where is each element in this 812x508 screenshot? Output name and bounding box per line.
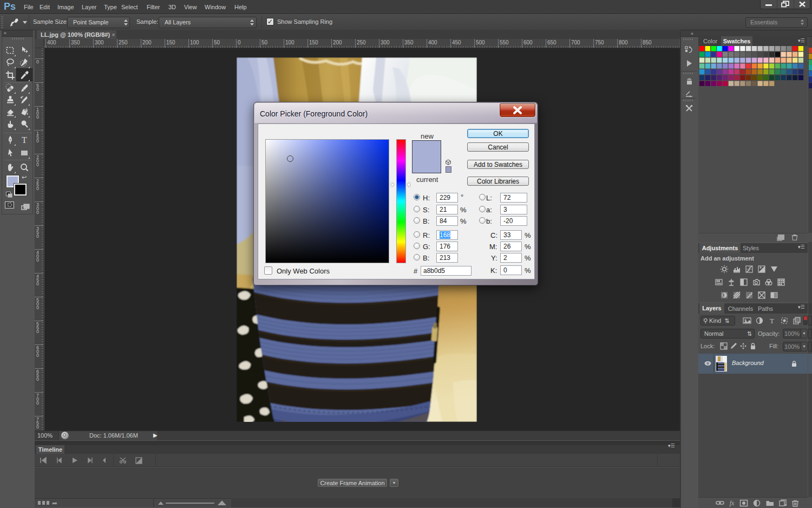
svg-text:T: T (770, 317, 774, 325)
svg-text:T: T (22, 135, 27, 145)
svg-text:fx: fx (730, 499, 735, 507)
